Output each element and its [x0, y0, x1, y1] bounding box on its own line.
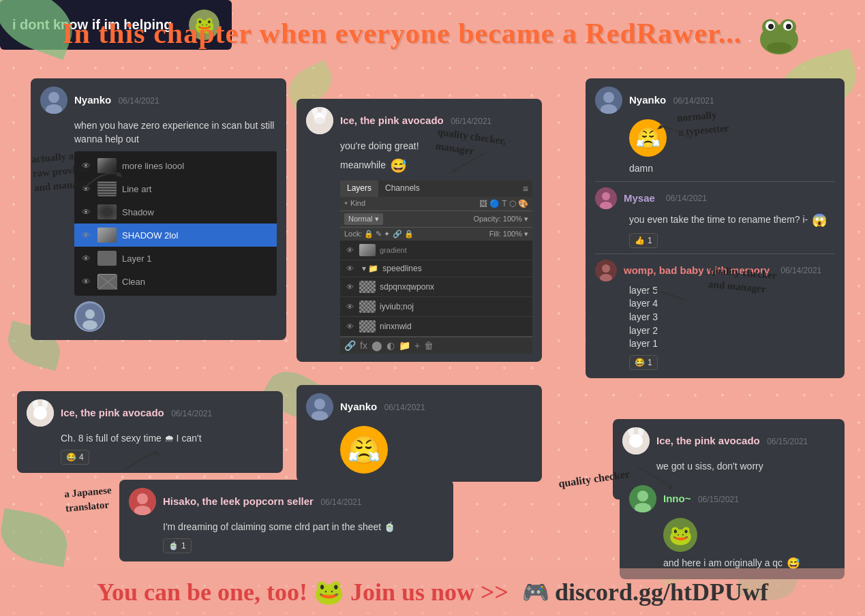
ps-layer-sdp-label: sdpqnxqwponx — [380, 282, 434, 292]
nyanko-middle-timestamp: 06/14/2021 — [384, 403, 425, 412]
hisako-header: Hisako, the leek popcorn seller 06/14/20… — [129, 488, 444, 515]
ice-ch8-reaction-count: 4 — [79, 452, 84, 462]
nyanko-timestamp: 06/14/2021 — [119, 96, 160, 106]
ps-layer-speedlines[interactable]: 👁 ▾ 📁 speedlines — [340, 260, 532, 277]
ps-folder-icon: ▾ 📁 — [362, 264, 378, 273]
ps-blend-row: Normal ▾ Opacity: 100% ▾ — [340, 211, 532, 227]
mysae-username: Mysae — [624, 192, 655, 204]
ps-layer-ninx[interactable]: 👁 ninxnwid — [340, 317, 532, 337]
ps-tabs: Layers Channels ≡ — [340, 181, 532, 197]
inno-timestamp: 06/15/2021 — [698, 495, 739, 504]
ps-layer-sdp[interactable]: 👁 sdpqnxqwponx — [340, 277, 532, 297]
ps-layer-iyv-label: iyviub;noj — [380, 302, 414, 311]
svg-point-43 — [137, 493, 148, 504]
layer-eye-icon4: 👁 — [80, 230, 92, 241]
layer-name-morelines: more lines loool — [122, 161, 184, 171]
ps-thumb-sdp — [359, 281, 376, 293]
ps-eye-gradient: 👁 — [344, 246, 355, 254]
layer-thumb-clean — [97, 274, 117, 289]
ps-thumb-gradient — [359, 244, 376, 256]
hisako-name-group: Hisako, the leek popcorn seller 06/14/20… — [163, 495, 361, 508]
annotation-japanese-translator: a Japanese translator — [63, 483, 113, 516]
ice-ch8-username: Ice, the pink avocado — [61, 407, 164, 418]
nyanko-right-name-group: Nyanko 06/14/2021 — [629, 94, 714, 106]
ps-tool-link[interactable]: 🔗 — [344, 340, 356, 351]
ps-tool-folder[interactable]: 📁 — [399, 340, 410, 351]
womp-reaction-emoji: 😂 — [635, 358, 645, 367]
svg-marker-45 — [155, 451, 160, 456]
nyanko-msg-header: Nyanko 06/14/2021 — [40, 87, 277, 114]
ps-blend-mode[interactable]: Normal ▾ — [344, 213, 383, 225]
ps-lock-label: Lock: 🔒 ✎ ✦ 🔗 🔒 — [344, 230, 414, 238]
nyanko-middle-sticker: 😤 — [340, 426, 532, 474]
ice-ch8-name-group: Ice, the pink avocado 06/14/2021 — [61, 407, 212, 419]
svg-point-7 — [767, 42, 791, 53]
nyanko-middle-avatar — [306, 393, 333, 420]
womp-reaction[interactable]: 😂 1 — [629, 355, 658, 370]
svg-point-6 — [786, 24, 791, 29]
mysae-avatar — [595, 187, 617, 209]
nyanko-layers-card: Nyanko 06/14/2021 when you have zero exp… — [31, 78, 286, 340]
nyanko-middle-name-group: Nyanko 06/14/2021 — [340, 401, 425, 413]
ps-filter-icons: 🖼 🔵 T ⬡ 🎨 — [479, 199, 528, 209]
layer-item-layer1[interactable]: 👁 Layer 1 — [74, 247, 277, 270]
mysae-reaction[interactable]: 👍 1 — [629, 233, 658, 248]
ps-kind-label: ⁍ Kind — [344, 199, 365, 208]
ps-tool-mask[interactable]: ⬤ — [371, 340, 382, 351]
ps-tool-fx[interactable]: fx — [360, 340, 367, 351]
ice-ch8-reaction-emoji: 😂 — [66, 452, 76, 462]
ps-layer-gradient-label: gradient — [380, 246, 407, 254]
ps-kind-row: ⁍ Kind 🖼 🔵 T ⬡ 🎨 — [340, 197, 532, 211]
inno-name-group: Inno~ 06/15/2021 — [663, 493, 739, 505]
discord-icon: 🎮 — [522, 579, 549, 605]
ps-bottom-toolbar: 🔗 fx ⬤ ◐ 📁 + 🗑 — [340, 337, 532, 354]
inno-sticker: 🐸 — [663, 518, 835, 552]
ps-fill: Fill: 100% ▾ — [489, 230, 528, 238]
hisako-reaction-emoji: 🍵 — [168, 541, 179, 551]
ps-layer-iyv[interactable]: 👁 iyviub;noj — [340, 297, 532, 317]
ice-bottom-msg1: we got u siss, don't worry — [656, 460, 835, 474]
layer-item-shadow[interactable]: 👁 Shadow — [74, 200, 277, 224]
nyanko-username: Nyanko — [74, 94, 111, 106]
womp-layer1: layer 1 — [629, 337, 835, 351]
hisako-reaction[interactable]: 🍵 1 — [163, 538, 192, 553]
layer-thumb-layer1 — [97, 251, 117, 266]
ps-tool-delete[interactable]: 🗑 — [424, 340, 434, 351]
ps-tool-adj[interactable]: ◐ — [386, 340, 395, 351]
womp-layer3: layer 3 — [629, 311, 835, 324]
frog-icon — [755, 12, 803, 60]
bottom-banner: You can be one, too! 🐸 Join us now >> 🎮 … — [0, 568, 865, 616]
ps-menu-icon[interactable]: ≡ — [519, 181, 532, 197]
inno-card: Inno~ 06/15/2021 🐸 and here i am origina… — [620, 477, 845, 579]
ice-bottom-name-group: Ice, the pink avocado 06/15/2021 — [656, 435, 808, 447]
ps-layer-ninx-label: ninxnwid — [380, 322, 412, 331]
layer-item-shadow2[interactable]: 👁 SHADOW 2lol — [74, 224, 277, 247]
layer-name-shadow: Shadow — [122, 207, 154, 217]
ps-tab-layers[interactable]: Layers — [340, 181, 378, 197]
nyanko-middle-header: Nyanko 06/14/2021 — [306, 393, 532, 420]
ps-eye-sdp: 👁 — [344, 283, 355, 291]
ice-ch8-message: Ch. 8 is full of sexy time 🌧 I can't — [61, 432, 273, 446]
svg-point-20 — [314, 117, 325, 124]
nyanko-sticker — [74, 301, 277, 332]
mysae-header: Mysae 06/14/2021 — [595, 187, 835, 209]
ps-tool-add[interactable]: + — [414, 340, 420, 351]
layer-thumb-shadow — [97, 204, 117, 219]
nyanko-right-avatar — [595, 87, 622, 114]
ps-lock-row: Lock: 🔒 ✎ ✦ 🔗 🔒 Fill: 100% ▾ — [340, 227, 532, 241]
layer-name-clean: Clean — [122, 277, 145, 287]
hisako-message: I'm dreaming of claiming some clrd part … — [163, 521, 444, 534]
svg-marker-17 — [116, 172, 123, 177]
ps-tab-channels[interactable]: Channels — [378, 181, 427, 197]
layer-item-clean[interactable]: 👁 Clean — [74, 270, 277, 293]
mysae-timestamp: 06/14/2021 — [666, 194, 707, 203]
ps-layer-gradient[interactable]: 👁 gradient — [340, 241, 532, 260]
ice-ch8-reaction[interactable]: 😂 4 — [61, 450, 89, 465]
nyanko-message: when you have zero experience in scan bu… — [74, 119, 277, 146]
inno-username: Inno~ — [663, 493, 691, 504]
mysae-emoji: 😱 — [812, 212, 827, 229]
arrow-qc-manager — [450, 150, 484, 174]
nyanko-sticker-avatar — [74, 301, 105, 332]
ice-bottom-avatar — [622, 427, 650, 455]
page-title: In this chapter when everyone became a R… — [55, 12, 810, 60]
